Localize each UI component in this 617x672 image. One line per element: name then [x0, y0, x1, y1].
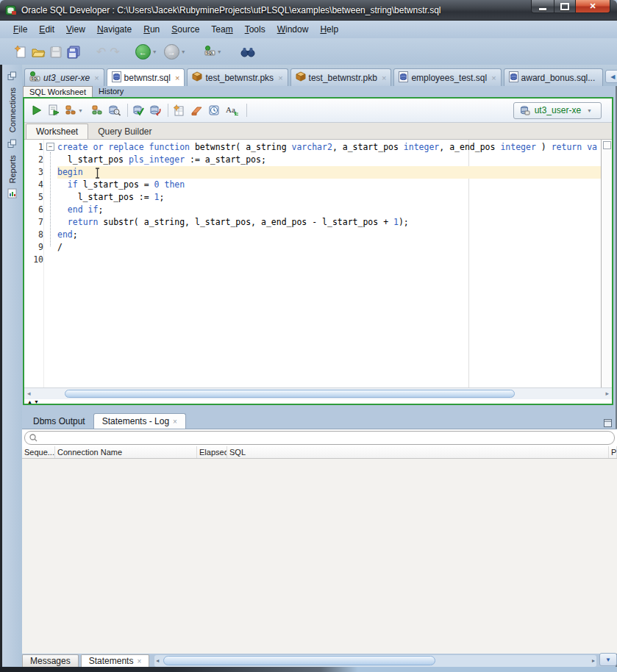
run-script-button[interactable]	[48, 102, 60, 118]
clear-button[interactable]	[190, 102, 203, 118]
explain-plan-button[interactable]	[91, 102, 103, 118]
log-search-field[interactable]	[24, 431, 615, 445]
code-line-1[interactable]: create or replace function betwnstr( a_s…	[57, 141, 602, 154]
document-tab-employees-test-sql[interactable]: employees_test.sql×	[393, 68, 501, 86]
menu-item-view[interactable]: View	[60, 22, 91, 37]
code-line-2[interactable]: l_start_pos pls_integer := a_start_pos;	[57, 154, 602, 166]
titlebar[interactable]: Oracle SQL Developer : C:\Users\Jacek\Ru…	[0, 0, 617, 21]
history-button[interactable]	[208, 102, 220, 118]
tab-close-icon[interactable]: ×	[94, 74, 99, 82]
open-file-button[interactable]	[31, 43, 46, 62]
back-dropdown-icon[interactable]: ▼	[152, 49, 157, 54]
log-tab-statements-log[interactable]: Statements - Log×	[93, 413, 186, 429]
bottom-tab-statements[interactable]: Statements×	[81, 654, 150, 667]
tab-close-icon[interactable]: ×	[175, 74, 179, 82]
back-button[interactable]: ← ▼	[135, 43, 160, 62]
change-case-button[interactable]: Aa	[225, 102, 240, 118]
column-header-pa[interactable]: Pa	[609, 446, 617, 458]
sidebar-tab-reports[interactable]: Reports	[2, 132, 22, 201]
menu-item-run[interactable]: Run	[138, 22, 165, 37]
code-line-8[interactable]: end;	[57, 229, 602, 241]
subtab-worksheet[interactable]: Worksheet	[26, 124, 88, 139]
commit-button[interactable]	[132, 102, 144, 118]
rollback-button[interactable]	[149, 102, 161, 118]
code-line-9[interactable]: /	[57, 241, 602, 254]
unshared-worksheet-button[interactable]	[173, 102, 185, 118]
run-statement-button[interactable]	[31, 102, 43, 118]
close-button[interactable]: ✕	[575, 0, 610, 13]
connections-dropdown-icon[interactable]: ▼	[217, 49, 222, 54]
scroll-left-icon[interactable]: ◂	[156, 657, 159, 664]
code-line-10[interactable]	[57, 254, 602, 266]
code-line-6[interactable]: end if;	[57, 204, 602, 216]
tab-close-icon[interactable]: ×	[491, 74, 496, 82]
splitter-up-icon[interactable]: ▲	[27, 399, 34, 404]
tab-close-icon[interactable]: ×	[278, 74, 282, 82]
editor-scrollbar-thumb[interactable]	[65, 390, 515, 398]
scroll-left-icon[interactable]: ◂	[27, 390, 31, 397]
tab-close-icon[interactable]: ×	[173, 418, 177, 426]
menu-item-team[interactable]: Team	[205, 22, 238, 37]
tab-close-icon[interactable]: ×	[137, 657, 141, 665]
code-text-area[interactable]: create or replace function betwnstr( a_s…	[57, 141, 602, 266]
tab-close-icon[interactable]: ×	[382, 74, 386, 82]
document-tab-ut3-user-xe[interactable]: SQLut3_user-xe×	[24, 68, 104, 86]
scroll-right-icon[interactable]: ▸	[592, 657, 595, 664]
splitter-down-icon[interactable]: ▼	[34, 399, 40, 404]
bottom-horizontal-scrollbar[interactable]: ◂ ▸	[154, 655, 596, 667]
code-line-4[interactable]: if l_start_pos = 0 then	[57, 179, 602, 191]
redo-button[interactable]: ↷	[110, 43, 119, 62]
scroll-right-icon[interactable]: ▸	[605, 390, 609, 397]
autotrace-dropdown-icon[interactable]: ▼	[78, 108, 83, 113]
code-line-5[interactable]: l_start_pos := 1;	[57, 191, 602, 204]
undo-button[interactable]: ↶	[96, 43, 106, 62]
menu-item-tools[interactable]: Tools	[239, 22, 271, 37]
subtab-query-builder[interactable]: Query Builder	[88, 124, 161, 139]
chevron-left-icon: ◀	[610, 74, 615, 80]
editor-horizontal-scrollbar[interactable]: ◂ ▸	[24, 387, 612, 399]
menu-item-file[interactable]: File	[7, 22, 33, 37]
document-tab-test-betwnstr-pkb[interactable]: test_betwnstr.pkb×	[290, 68, 392, 86]
autotrace-button[interactable]: ▼	[65, 102, 86, 118]
connections-button[interactable]: SQL ▼	[204, 43, 225, 62]
panel-list-button[interactable]: ▼	[599, 653, 617, 666]
menu-item-source[interactable]: Source	[165, 22, 205, 37]
code-editor[interactable]: 12345678910 − create or replace function…	[24, 140, 612, 387]
column-header-elapsed[interactable]: Elapsed	[197, 446, 227, 458]
tabs-scroll-left-button[interactable]: ◀	[605, 70, 617, 83]
connection-dropdown-icon[interactable]: ▼	[587, 108, 592, 113]
menu-item-help[interactable]: Help	[314, 22, 344, 37]
column-header-connection-name[interactable]: Connection Name	[55, 446, 197, 458]
column-header-seque[interactable]: Seque...	[22, 446, 55, 458]
new-file-button[interactable]	[14, 43, 27, 62]
log-table-body[interactable]	[22, 459, 617, 654]
menu-item-edit[interactable]: Edit	[33, 22, 60, 37]
forward-button[interactable]: → ▼	[164, 43, 189, 62]
sql-tuning-button[interactable]	[108, 102, 121, 118]
save-all-button[interactable]	[66, 43, 81, 62]
document-tab-betwnstr-sql[interactable]: betwnstr.sql×	[107, 68, 185, 86]
tab-sql-worksheet[interactable]: SQL Worksheet	[23, 86, 93, 97]
fold-collapse-icon[interactable]: −	[46, 143, 54, 151]
log-tab-dbms-output[interactable]: Dbms Output	[25, 414, 93, 429]
column-header-sql[interactable]: SQL	[227, 446, 609, 458]
bottom-scrollbar-thumb[interactable]	[163, 656, 435, 665]
editor-overview-ruler[interactable]	[601, 140, 612, 387]
bottom-tab-messages[interactable]: Messages	[22, 654, 79, 667]
tab-history[interactable]: History	[93, 86, 129, 97]
splitter-handle[interactable]: ▲▼	[27, 399, 40, 404]
menu-item-navigate[interactable]: Navigate	[91, 22, 138, 37]
search-input[interactable]	[40, 433, 610, 443]
save-button[interactable]	[49, 43, 63, 62]
maximize-button[interactable]	[554, 0, 575, 13]
menu-item-window[interactable]: Window	[271, 22, 315, 37]
find-button[interactable]	[240, 43, 255, 62]
minimize-button[interactable]	[531, 0, 554, 13]
sidebar-tab-connections[interactable]: Connections	[2, 65, 22, 132]
code-line-3[interactable]: begin	[57, 166, 602, 179]
code-line-7[interactable]: return substr( a_string, l_start_pos, a_…	[57, 216, 602, 229]
forward-dropdown-icon[interactable]: ▼	[181, 49, 186, 54]
document-tab-award-bonus-sql[interactable]: award_bonus.sql...	[504, 68, 604, 86]
connection-selector[interactable]: ut3_user-xe ▼	[513, 102, 602, 119]
document-tab-test-betwnstr-pks[interactable]: test_betwnstr.pks×	[187, 68, 288, 86]
